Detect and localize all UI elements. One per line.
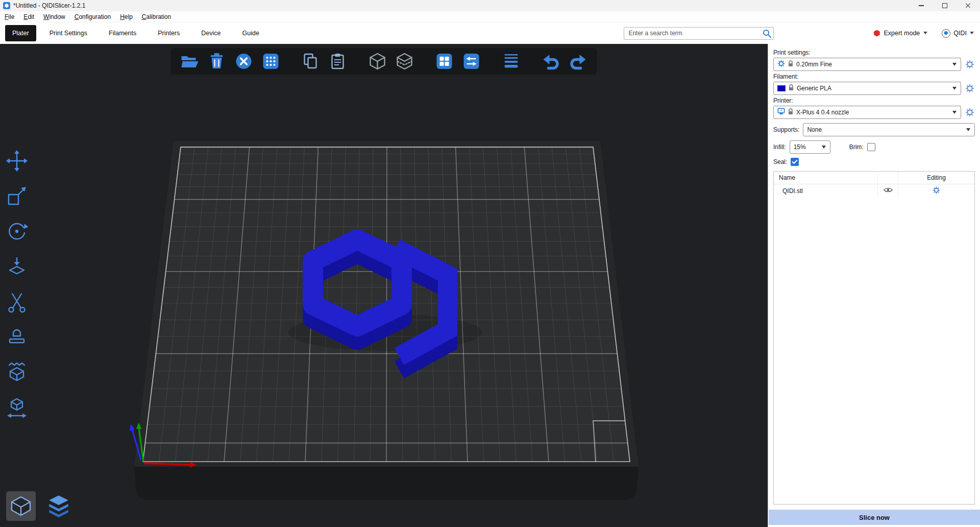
printer-label: Printer: bbox=[773, 97, 975, 104]
preview-view-button[interactable] bbox=[44, 491, 74, 521]
print-settings-value: 0.20mm Fine bbox=[796, 61, 832, 68]
printer-edit-icon[interactable] bbox=[965, 108, 975, 117]
print-settings-combo[interactable]: 0.20mm Fine bbox=[773, 58, 961, 71]
brim-checkbox[interactable] bbox=[867, 143, 875, 151]
variable-layer-height-icon[interactable] bbox=[502, 52, 521, 71]
menu-configuration[interactable]: Configuration bbox=[70, 11, 115, 22]
expert-mode-icon bbox=[873, 30, 880, 37]
column-header-editing[interactable]: Editing bbox=[898, 172, 974, 184]
column-header-visibility bbox=[877, 172, 898, 184]
chevron-down-icon bbox=[952, 63, 957, 66]
infill-value: 15% bbox=[794, 143, 806, 151]
infill-label: Infill: bbox=[773, 143, 786, 151]
maximize-button[interactable] bbox=[933, 0, 957, 11]
copy-icon[interactable] bbox=[301, 52, 321, 71]
infill-combo[interactable]: 15% bbox=[790, 140, 830, 154]
3d-editor-view-button[interactable] bbox=[6, 491, 36, 521]
open-icon[interactable] bbox=[180, 52, 200, 71]
object-name[interactable]: QIDI.stl bbox=[774, 187, 877, 195]
place-on-face-icon[interactable] bbox=[5, 255, 29, 278]
fill-bed-instances-icon[interactable] bbox=[462, 52, 481, 71]
search-box bbox=[624, 27, 774, 40]
expert-mode-label: Expert mode bbox=[884, 30, 920, 37]
supports-combo[interactable]: None bbox=[803, 123, 975, 136]
print-settings-label: Print settings: bbox=[773, 49, 975, 56]
fuzzy-skin-icon[interactable] bbox=[5, 361, 29, 384]
menu-calibration[interactable]: Calibration bbox=[137, 11, 176, 22]
tab-filaments[interactable]: Filaments bbox=[109, 30, 136, 37]
account-menu[interactable]: QIDI bbox=[942, 29, 974, 38]
tab-plater[interactable]: Plater bbox=[5, 25, 36, 41]
supports-label: Supports: bbox=[773, 126, 799, 133]
minimize-button[interactable] bbox=[910, 0, 933, 11]
account-label: QIDI bbox=[953, 30, 967, 37]
slice-now-button[interactable]: Slice now bbox=[769, 510, 980, 525]
filament-edit-icon[interactable] bbox=[965, 84, 975, 93]
gizmo-toolbar bbox=[5, 149, 29, 419]
menu-file[interactable]: File bbox=[0, 11, 19, 22]
3d-viewport[interactable] bbox=[0, 44, 768, 527]
delete-icon[interactable] bbox=[207, 52, 227, 71]
visibility-eye-icon[interactable] bbox=[884, 187, 893, 195]
view-mode-buttons bbox=[6, 491, 74, 521]
tab-device[interactable]: Device bbox=[201, 30, 220, 37]
arrange-icon[interactable] bbox=[261, 52, 281, 71]
delete-all-icon[interactable] bbox=[234, 52, 254, 71]
seal-checkbox[interactable] bbox=[791, 158, 799, 166]
tab-guide[interactable]: Guide bbox=[242, 30, 259, 37]
search-input[interactable] bbox=[624, 27, 774, 40]
right-sidebar: Print settings: 0.20mm Fine Filament: Ge… bbox=[768, 44, 980, 527]
chevron-down-icon bbox=[952, 87, 957, 90]
chevron-down-icon bbox=[923, 31, 927, 35]
title-bar: *Untitled - QIDISlicer-1.2.1 bbox=[0, 0, 980, 11]
plater-toolbar bbox=[171, 48, 597, 75]
rotate-icon[interactable] bbox=[5, 220, 29, 243]
object-list-header: Name Editing bbox=[774, 172, 974, 184]
column-header-name[interactable]: Name bbox=[774, 174, 877, 181]
filament-combo[interactable]: Generic PLA bbox=[773, 82, 961, 95]
fill-bed-icon[interactable] bbox=[435, 52, 454, 71]
seal-label: Seal: bbox=[773, 158, 787, 165]
chevron-down-icon bbox=[952, 111, 957, 114]
print-bed[interactable] bbox=[0, 44, 768, 527]
window-title: *Untitled - QIDISlicer-1.2.1 bbox=[13, 2, 85, 9]
editing-icon[interactable] bbox=[933, 186, 940, 196]
menu-edit[interactable]: Edit bbox=[19, 11, 39, 22]
lock-icon bbox=[788, 108, 793, 116]
undo-icon[interactable] bbox=[542, 52, 561, 71]
measure-icon[interactable] bbox=[5, 396, 29, 419]
app-icon bbox=[3, 2, 10, 9]
scale-icon[interactable] bbox=[5, 184, 29, 208]
paint-support-icon[interactable] bbox=[5, 325, 29, 349]
object-list-row[interactable]: QIDI.stl bbox=[774, 184, 974, 197]
brim-label: Brim: bbox=[849, 143, 864, 151]
bed-front-face bbox=[134, 467, 639, 500]
split-to-objects-icon[interactable] bbox=[368, 52, 387, 71]
tab-printers[interactable]: Printers bbox=[158, 30, 180, 37]
printer-combo[interactable]: X-Plus 4 0.4 nozzle bbox=[773, 106, 961, 119]
close-button[interactable] bbox=[957, 0, 980, 11]
lock-icon bbox=[789, 84, 794, 92]
chevron-down-icon bbox=[970, 31, 974, 35]
menu-window[interactable]: Window bbox=[39, 11, 70, 22]
expert-mode-selector[interactable]: Expert mode bbox=[873, 30, 927, 37]
tab-bar: Plater Print Settings Filaments Printers… bbox=[0, 22, 980, 44]
menu-bar: File Edit Window Configuration Help Cali… bbox=[0, 11, 980, 22]
printer-icon bbox=[777, 108, 785, 117]
chevron-down-icon bbox=[822, 146, 826, 149]
split-to-parts-icon[interactable] bbox=[395, 52, 414, 71]
move-icon[interactable] bbox=[5, 149, 29, 173]
qidi-account-icon bbox=[942, 29, 950, 38]
supports-value: None bbox=[807, 126, 822, 133]
filament-label: Filament: bbox=[773, 73, 975, 80]
search-icon[interactable] bbox=[763, 29, 771, 38]
cut-icon[interactable] bbox=[5, 290, 29, 314]
window-controls bbox=[910, 0, 980, 11]
menu-help[interactable]: Help bbox=[115, 11, 137, 22]
tab-print-settings[interactable]: Print Settings bbox=[50, 30, 87, 37]
print-settings-edit-icon[interactable] bbox=[965, 60, 975, 69]
printer-value: X-Plus 4 0.4 nozzle bbox=[796, 109, 849, 116]
paste-icon[interactable] bbox=[328, 52, 348, 71]
preset-gear-icon bbox=[777, 60, 785, 69]
redo-icon[interactable] bbox=[569, 52, 588, 71]
